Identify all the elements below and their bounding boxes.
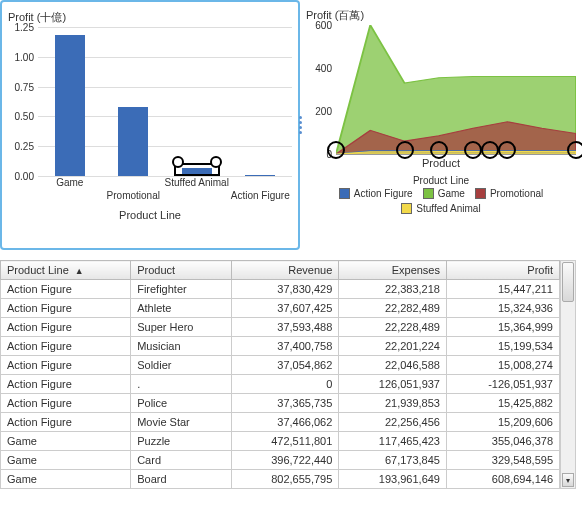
legend-item-action-figure[interactable]: Action Figure — [339, 188, 413, 199]
data-table[interactable]: Product Line▲ProductRevenueExpensesProfi… — [0, 260, 560, 489]
table-row[interactable]: Action FigureFirefighter37,830,42922,383… — [1, 280, 560, 299]
col-header-product[interactable]: Product — [131, 261, 232, 280]
swatch-icon — [401, 203, 412, 214]
bar-y-axis: 0.000.250.500.751.001.25 — [8, 27, 36, 176]
bar-chart-title: Profit (十億) — [8, 10, 292, 25]
legend-title: Product Line — [306, 175, 576, 186]
table-row[interactable]: Action FigureAthlete37,607,42522,282,489… — [1, 299, 560, 318]
col-header-product-line[interactable]: Product Line▲ — [1, 261, 131, 280]
selection-marker-icon[interactable] — [327, 141, 345, 159]
table-row[interactable]: Action FigureSoldier37,054,86222,046,588… — [1, 356, 560, 375]
area-x-axis-label: Product — [306, 157, 576, 169]
scroll-down-button[interactable]: ▾ — [562, 473, 574, 487]
selection-marker-icon[interactable] — [430, 141, 448, 159]
scroll-thumb[interactable] — [562, 262, 574, 302]
swatch-icon — [475, 188, 486, 199]
table-row[interactable]: Action FigureMusician37,400,75822,201,22… — [1, 337, 560, 356]
selection-marker-icon[interactable] — [481, 141, 499, 159]
selection-marker-icon[interactable] — [396, 141, 414, 159]
legend-item-stuffed-animal[interactable]: Stuffed Animal — [401, 203, 480, 214]
table-row[interactable]: GameBoard802,655,795193,961,649608,694,1… — [1, 470, 560, 489]
area-chart-plot[interactable]: 0200400600 — [336, 25, 576, 155]
area-chart-panel[interactable]: Profit (百萬) 0200400600 Product Product L… — [300, 0, 582, 250]
bar-stuffed-animal[interactable] — [172, 27, 222, 176]
legend-item-game[interactable]: Game — [423, 188, 465, 199]
bar-action-figure[interactable] — [235, 27, 285, 176]
swatch-icon — [339, 188, 350, 199]
bar-x-categories: GamePromotionalStuffed AnimalAction Figu… — [38, 177, 292, 207]
data-table-container: Product Line▲ProductRevenueExpensesProfi… — [0, 260, 582, 489]
bar-chart-panel[interactable]: Profit (十億) 0.000.250.500.751.001.25 Gam… — [0, 0, 300, 250]
table-row[interactable]: GamePuzzle472,511,801117,465,423355,046,… — [1, 432, 560, 451]
selection-marker-icon[interactable] — [464, 141, 482, 159]
swatch-icon — [423, 188, 434, 199]
table-row[interactable]: Action FigurePolice37,365,73521,939,8531… — [1, 394, 560, 413]
table-row[interactable]: Action FigureSuper Hero37,593,48822,228,… — [1, 318, 560, 337]
col-header-profit[interactable]: Profit — [446, 261, 559, 280]
legend-item-promotional[interactable]: Promotional — [475, 188, 543, 199]
col-header-revenue[interactable]: Revenue — [231, 261, 339, 280]
vertical-scrollbar[interactable]: ▾ — [560, 260, 576, 489]
area-y-axis: 0200400600 — [308, 25, 334, 154]
table-row[interactable]: Action Figure.0126,051,937-126,051,937 — [1, 375, 560, 394]
table-row[interactable]: Action FigureMovie Star37,466,06222,256,… — [1, 413, 560, 432]
selection-marker-icon[interactable] — [567, 141, 582, 159]
bar-promotional[interactable] — [108, 27, 158, 176]
selection-marker-icon[interactable] — [498, 141, 516, 159]
bar-chart-plot[interactable]: 0.000.250.500.751.001.25 — [38, 27, 292, 177]
area-chart-title: Profit (百萬) — [306, 8, 576, 23]
bar-game[interactable] — [45, 27, 95, 176]
col-header-expenses[interactable]: Expenses — [339, 261, 447, 280]
table-row[interactable]: GameCard396,722,44067,173,845329,548,595 — [1, 451, 560, 470]
bar-x-axis-label: Product Line — [8, 209, 292, 221]
sort-asc-icon: ▲ — [75, 266, 84, 276]
area-chart-legend: Product Line Action FigureGamePromotiona… — [306, 175, 576, 214]
area-series-stuffed-animal[interactable] — [336, 151, 576, 154]
